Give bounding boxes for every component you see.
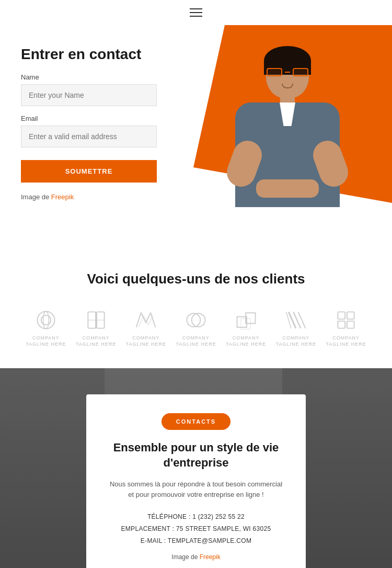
- client-logo-6-name: COMPANY: [276, 335, 316, 342]
- client-logo-2: COMPANYTAGLINE HERE: [76, 308, 116, 347]
- cta-card: CONTACTS Ensemble pour un style de vie d…: [86, 394, 306, 568]
- client-logo-3: COMPANYTAGLINE HERE: [126, 308, 166, 347]
- client-logo-2-tagline: TAGLINE HERE: [76, 342, 116, 348]
- cta-image-credit: Image de Freepik: [107, 553, 285, 561]
- client-logo-6-tagline: TAGLINE HERE: [276, 342, 316, 348]
- email-form-group: Email: [21, 115, 178, 147]
- svg-point-0: [37, 311, 54, 328]
- client-logo-6: COMPANYTAGLINE HERE: [276, 308, 316, 347]
- name-form-group: Name: [21, 73, 178, 106]
- cta-description: Nous sommes là pour répondre à tout beso…: [107, 479, 285, 501]
- client-logo-4: COMPANYTAGLINE HERE: [176, 308, 216, 347]
- contacts-badge[interactable]: CONTACTS: [162, 413, 230, 430]
- hero-image-area: [162, 25, 392, 245]
- svg-rect-17: [347, 312, 354, 319]
- svg-rect-18: [338, 321, 345, 328]
- submit-button[interactable]: SOUMETTRE: [21, 160, 157, 183]
- hamburger-line-1: [190, 8, 202, 9]
- svg-point-1: [41, 315, 51, 325]
- clients-section: Voici quelques-uns de nos clients COMPAN…: [0, 245, 392, 368]
- client-logo-1: COMPANYTAGLINE HERE: [26, 308, 66, 347]
- cta-contact-info: TÉLÉPHONE : 1 (232) 252 55 22 EMPLACEMEN…: [107, 511, 285, 547]
- client-logo-3-name: COMPANY: [126, 335, 166, 342]
- clients-logos-row: COMPANYTAGLINE HERE COMPANYTAGLINE HERE …: [21, 308, 371, 347]
- cta-email: E-MAIL : TEMPLATE@SAMPLE.COM: [107, 535, 285, 547]
- hamburger-line-2: [190, 12, 202, 13]
- client-logo-1-tagline: TAGLINE HERE: [26, 342, 66, 348]
- client-logo-4-tagline: TAGLINE HERE: [176, 342, 216, 348]
- client-logo-5-tagline: TAGLINE HERE: [226, 342, 266, 348]
- cta-freepik-link[interactable]: Freepik: [200, 553, 221, 561]
- client-logo-7-name: COMPANY: [326, 335, 366, 342]
- header: [0, 0, 392, 25]
- client-logo-7-tagline: TAGLINE HERE: [326, 342, 366, 348]
- client-logo-1-name: COMPANY: [26, 335, 66, 342]
- client-logo-5: COMPANYTAGLINE HERE: [226, 308, 266, 347]
- client-logo-4-name: COMPANY: [176, 335, 216, 342]
- clients-title: Voici quelques-uns de nos clients: [21, 271, 371, 287]
- hero-person: [183, 30, 392, 240]
- email-input[interactable]: [21, 126, 157, 147]
- hamburger-line-3: [190, 16, 202, 17]
- hamburger-menu-button[interactable]: [190, 8, 202, 17]
- contact-form-area: Entrer en contact Name Email SOUMETTRE I…: [21, 46, 178, 201]
- client-logo-2-name: COMPANY: [76, 335, 116, 342]
- client-logo-3-tagline: TAGLINE HERE: [126, 342, 166, 348]
- svg-point-2: [43, 311, 49, 328]
- svg-rect-19: [347, 321, 354, 328]
- cta-phone: TÉLÉPHONE : 1 (232) 252 55 22: [107, 511, 285, 523]
- cta-section: CONTACTS Ensemble pour un style de vie d…: [0, 368, 392, 568]
- name-label: Name: [21, 73, 178, 81]
- cta-location: EMPLACEMENT : 75 STREET SAMPLE, WI 63025: [107, 523, 285, 535]
- name-input[interactable]: [21, 84, 157, 106]
- freepik-link[interactable]: Freepik: [51, 193, 74, 201]
- contact-section: Entrer en contact Name Email SOUMETTRE I…: [0, 25, 392, 245]
- svg-rect-16: [338, 312, 345, 319]
- contact-title: Entrer en contact: [21, 46, 178, 63]
- client-logo-5-name: COMPANY: [226, 335, 266, 342]
- cta-headline: Ensemble pour un style de vie d'entrepri…: [107, 440, 285, 470]
- email-label: Email: [21, 115, 178, 122]
- client-logo-7: COMPANYTAGLINE HERE: [326, 308, 366, 347]
- image-credit: Image de Freepik: [21, 193, 178, 201]
